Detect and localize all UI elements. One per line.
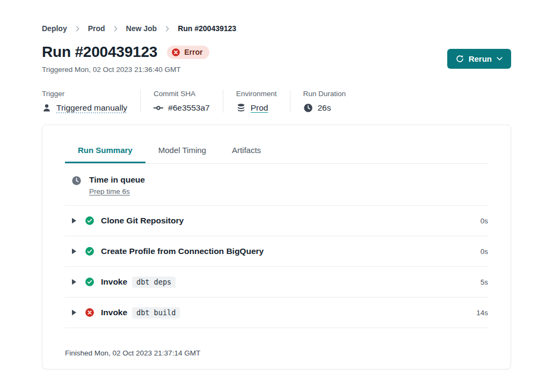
step-row[interactable]: Create Profile from Connection BigQuery … [65,236,488,267]
meta-trigger: Trigger Triggered manually [42,90,141,113]
tab-model-timing[interactable]: Model Timing [145,139,219,163]
steps-container: Clone Git Repository 0s Create Profile f… [65,206,488,328]
chevron-down-icon [497,57,503,61]
card-bottom-spacer [42,357,511,369]
error-x-icon [85,308,94,317]
status-badge-label: Error [184,48,202,56]
step-duration: 0s [481,217,488,225]
queue-clock-icon [71,176,82,186]
meta-trigger-label: Trigger [42,90,127,98]
meta-commit-value: #6e3553a7 [168,103,210,113]
step-duration: 14s [476,309,488,317]
title-line: Run #200439123 Error [42,43,209,61]
run-steps-list: Time in queue Prep time 6s Clone Git Rep… [65,164,488,339]
step-command-chip: dbt deps [132,277,176,288]
triggered-timestamp: Triggered Mon, 02 Oct 2023 21:36:40 GMT [42,66,209,74]
breadcrumb-item[interactable]: Prod [88,24,105,33]
step-title: Invoke [101,277,127,287]
meta-duration-label: Run Duration [303,90,346,98]
run-detail-page: DeployProdNew JobRun #200439123 Run #200… [0,0,553,369]
tab-bar: Run SummaryModel TimingArtifacts [65,139,488,164]
step-row[interactable]: Invoke dbt build 14s [65,297,488,328]
run-summary-card: Run SummaryModel TimingArtifacts Time in… [42,125,511,369]
chevron-right-icon [114,26,118,32]
rerun-button[interactable]: Rerun [447,49,511,69]
meta-environment: Environment Prod [223,90,290,113]
queue-title: Time in queue [89,175,145,185]
commit-icon [154,103,163,113]
rerun-button-label: Rerun [469,54,492,63]
step-command-chip: dbt build [132,307,180,318]
meta-commit-label: Commit SHA [154,90,210,98]
breadcrumb-item[interactable]: Run #200439123 [178,24,236,33]
breadcrumb-item[interactable]: Deploy [42,24,67,33]
clock-icon [303,103,313,113]
step-duration: 0s [481,248,488,256]
step-title: Invoke [101,308,127,317]
meta-commit-sha: Commit SHA #6e3553a7 [141,90,223,113]
meta-run-duration: Run Duration 26s [290,90,359,113]
tab-artifacts[interactable]: Artifacts [219,139,274,163]
database-icon [236,103,246,113]
page-header: Run #200439123 Error Triggered Mon, 02 O… [42,43,511,74]
expand-caret-icon[interactable] [71,217,77,224]
step-row[interactable]: Invoke dbt deps 5s [65,267,488,297]
expand-caret-icon[interactable] [71,248,77,255]
refresh-icon [456,55,464,63]
success-check-icon [85,246,94,256]
run-meta-row: Trigger Triggered manually Commit SHA #6… [42,90,511,113]
breadcrumb-item[interactable]: New Job [126,24,157,33]
meta-duration-value: 26s [318,103,331,113]
step-title: Create Profile from Connection BigQuery [101,246,264,256]
breadcrumb: DeployProdNew JobRun #200439123 [42,0,511,33]
chevron-right-icon [165,26,169,32]
chevron-right-icon [76,26,79,32]
finished-timestamp: Finished Mon, 02 Oct 2023 21:37:14 GMT [42,339,511,357]
meta-environment-label: Environment [236,90,277,98]
step-duration: 5s [481,278,488,286]
expand-caret-icon[interactable] [71,309,77,316]
time-in-queue-row: Time in queue Prep time 6s [65,164,488,206]
queue-text: Time in queue Prep time 6s [89,175,145,196]
step-title: Clone Git Repository [101,216,184,226]
status-badge: Error [167,46,209,59]
expand-caret-icon[interactable] [71,279,77,285]
header-left: Run #200439123 Error Triggered Mon, 02 O… [42,43,209,74]
tab-run-summary[interactable]: Run Summary [65,139,145,163]
meta-environment-value[interactable]: Prod [251,103,268,113]
prep-time-link[interactable]: Prep time 6s [89,187,130,195]
error-circle-icon [171,48,180,57]
success-check-icon [85,216,94,226]
page-title: Run #200439123 [42,43,157,61]
step-row[interactable]: Clone Git Repository 0s [65,206,488,236]
person-icon [42,103,52,113]
success-check-icon [85,277,94,287]
meta-trigger-value[interactable]: Triggered manually [56,103,127,113]
